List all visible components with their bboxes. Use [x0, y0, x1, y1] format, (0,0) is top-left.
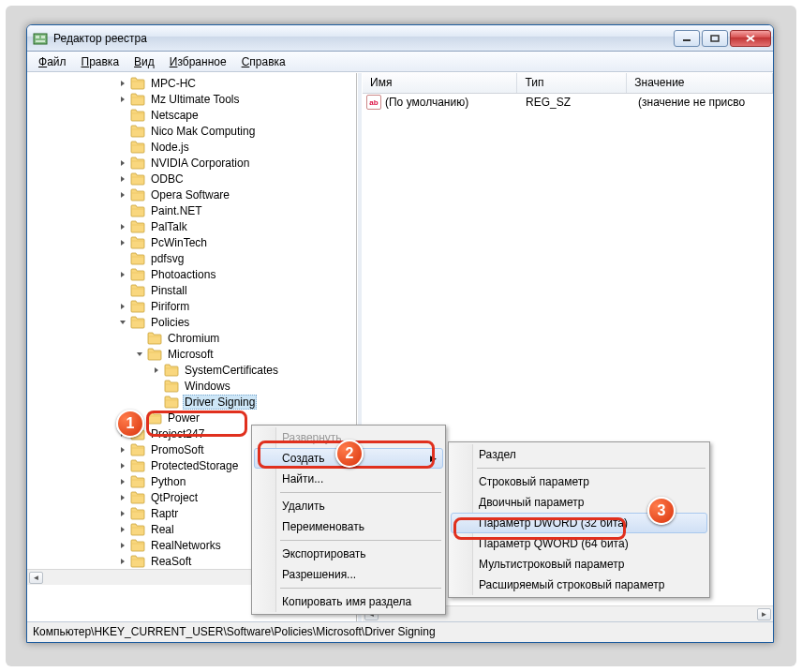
- expander-icon[interactable]: [117, 78, 128, 89]
- menu-item[interactable]: Строковый параметр: [451, 471, 707, 492]
- expander-icon[interactable]: [117, 524, 128, 535]
- expander-icon[interactable]: [117, 94, 128, 105]
- tree-item[interactable]: Policies: [27, 314, 356, 330]
- maximize-button[interactable]: [702, 30, 728, 47]
- menu-item[interactable]: Экспортировать: [254, 544, 443, 564]
- tree-item-label: Project247: [149, 427, 206, 441]
- expander-icon[interactable]: [117, 540, 128, 551]
- statusbar: Компьютер\HKEY_CURRENT_USER\Software\Pol…: [27, 621, 773, 642]
- col-type[interactable]: Тип: [517, 73, 627, 93]
- expander-icon[interactable]: [117, 157, 128, 169]
- tree-item[interactable]: Paint.NET: [27, 202, 356, 218]
- expander-icon[interactable]: [117, 508, 128, 519]
- tree-item[interactable]: PalTalk: [27, 218, 356, 234]
- menu-file[interactable]: Файл: [31, 53, 74, 70]
- menu-favorites[interactable]: Избранное: [162, 53, 234, 70]
- tree-item[interactable]: Node.js: [27, 139, 356, 155]
- menu-item[interactable]: Копировать имя раздела: [254, 591, 443, 612]
- tree-item-label: RealNetworks: [149, 539, 223, 552]
- tree-item[interactable]: Photoactions: [27, 266, 356, 282]
- tree-item[interactable]: Power: [27, 410, 356, 426]
- tree-item-label: Python: [149, 475, 187, 488]
- tree-item-label: Raptr: [149, 507, 180, 520]
- menu-item[interactable]: Переименовать: [254, 516, 443, 537]
- tree-item-label: ODBC: [149, 172, 186, 186]
- tree-item[interactable]: Mz Ultimate Tools: [27, 91, 356, 107]
- tree-item[interactable]: PcWinTech: [27, 234, 356, 250]
- tree-item[interactable]: Opera Software: [27, 187, 356, 202]
- tree-item[interactable]: NVIDIA Corporation: [27, 155, 356, 171]
- svg-rect-5: [711, 36, 719, 41]
- tree-item-label: PalTalk: [149, 220, 189, 233]
- tree-item[interactable]: MPC-HC: [27, 75, 356, 91]
- tree-item[interactable]: Nico Mak Computing: [27, 123, 356, 139]
- menu-edit[interactable]: Правка: [74, 53, 127, 70]
- tree-item-label: QtProject: [149, 491, 200, 504]
- annotation-badge: 2: [335, 440, 364, 468]
- tree-item-label: Power: [166, 411, 201, 425]
- annotation-badge: 1: [116, 410, 144, 438]
- tree-item[interactable]: Chromium: [27, 330, 356, 346]
- expander-icon[interactable]: [134, 349, 145, 360]
- tree-item[interactable]: Pinstall: [27, 282, 356, 298]
- tree-item-label: SystemCertificates: [183, 364, 280, 377]
- expander-icon[interactable]: [117, 460, 128, 471]
- close-button[interactable]: [730, 30, 771, 47]
- tree-item[interactable]: pdfsvg: [27, 250, 356, 266]
- expander-icon[interactable]: [117, 556, 128, 567]
- menu-item[interactable]: Разрешения...: [254, 564, 443, 585]
- menu-item[interactable]: Мультистроковый параметр: [451, 554, 707, 575]
- expander-icon[interactable]: [117, 173, 128, 185]
- value-type: REG_SZ: [526, 96, 638, 109]
- menu-help[interactable]: Справка: [234, 53, 293, 70]
- menu-item[interactable]: Удалить: [254, 496, 443, 516]
- tree-item[interactable]: ODBC: [27, 171, 356, 187]
- menu-item[interactable]: Найти...: [254, 469, 443, 489]
- col-name[interactable]: Имя: [363, 73, 517, 93]
- value-data: (значение не присво: [638, 96, 745, 109]
- expander-icon[interactable]: [117, 444, 128, 455]
- tree-item-label: PcWinTech: [149, 236, 209, 249]
- tree-item[interactable]: Driver Signing: [27, 394, 356, 410]
- expander-icon[interactable]: [151, 365, 162, 376]
- tree-item-label: Real: [149, 523, 176, 536]
- minimize-button[interactable]: [674, 30, 700, 47]
- expander-icon[interactable]: [117, 492, 128, 503]
- svg-line-7: [747, 36, 754, 41]
- string-value-icon: ab: [366, 95, 381, 110]
- menu-item[interactable]: Раздел: [451, 444, 707, 465]
- expander-icon[interactable]: [117, 269, 128, 280]
- tree-item-label: NVIDIA Corporation: [149, 157, 251, 170]
- tree-item[interactable]: SystemCertificates: [27, 362, 356, 378]
- svg-line-6: [747, 36, 754, 41]
- tree-item-label: Pinstall: [149, 284, 189, 297]
- tree-item[interactable]: Piriform: [27, 298, 356, 314]
- value-name: (По умолчанию): [385, 96, 468, 109]
- tree-item-label: PromoSoft: [149, 443, 206, 456]
- menu-item[interactable]: Параметр QWORD (64 бита): [451, 533, 707, 554]
- values-header[interactable]: Имя Тип Значение: [363, 73, 773, 94]
- tree-item-label: Policies: [149, 316, 191, 329]
- tree-item[interactable]: Netscape: [27, 107, 356, 123]
- value-row[interactable]: ab(По умолчанию)REG_SZ(значение не присв…: [363, 94, 773, 111]
- col-value[interactable]: Значение: [627, 73, 773, 93]
- expander-icon[interactable]: [117, 476, 128, 487]
- expander-icon[interactable]: [117, 301, 128, 312]
- tree-item[interactable]: Microsoft: [27, 346, 356, 362]
- expander-icon[interactable]: [117, 317, 128, 328]
- submenu-arrow-icon: ▶: [430, 454, 437, 463]
- expander-icon[interactable]: [117, 189, 128, 201]
- tree-item-label: Chromium: [166, 332, 221, 345]
- tree-item-label: MPC-HC: [149, 77, 198, 90]
- svg-rect-1: [36, 36, 39, 38]
- menu-view[interactable]: Вид: [126, 53, 162, 70]
- expander-icon[interactable]: [117, 221, 128, 232]
- titlebar[interactable]: Редактор реестра: [27, 25, 773, 52]
- tree-item-label: Paint.NET: [149, 204, 204, 217]
- window-title: Редактор реестра: [53, 32, 674, 45]
- expander-icon[interactable]: [117, 237, 128, 248]
- menu-item[interactable]: Расширяемый строковый параметр: [451, 575, 707, 595]
- tree-item[interactable]: Windows: [27, 378, 356, 394]
- tree-item-label: Piriform: [149, 300, 191, 313]
- tree-item-label: Nico Mak Computing: [149, 125, 257, 138]
